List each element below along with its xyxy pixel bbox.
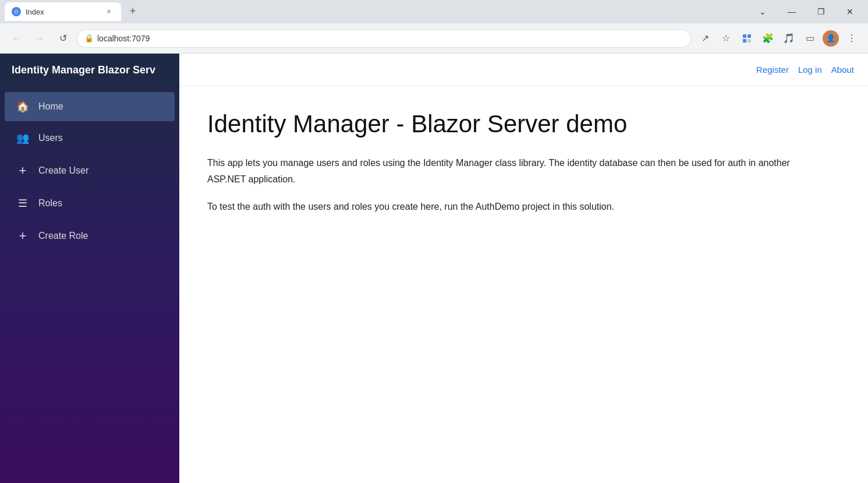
sidebar-label-users: Users	[38, 133, 63, 143]
music-icon[interactable]: 🎵	[780, 29, 798, 48]
browser-tab[interactable]: ⊙ Index ×	[5, 2, 121, 21]
sidebar-label-create-user: Create User	[38, 165, 88, 176]
sidebar-item-create-role[interactable]: + Create Role	[5, 220, 175, 252]
svg-rect-3	[747, 39, 751, 43]
app-container: Identity Manager Blazor Serv 🏠 Home 👥 Us…	[0, 54, 868, 483]
sidebar-item-roles[interactable]: ☰ Roles	[5, 189, 175, 218]
profile-button[interactable]: 👤	[821, 29, 840, 48]
sidebar-label-create-role: Create Role	[38, 231, 88, 241]
roles-icon: ☰	[16, 197, 29, 210]
browser-window: ⊙ Index × + ⌄ — ❐ ✕ ← → ↺ 🔒 localhost:70…	[0, 0, 868, 483]
page-title: Identity Manager - Blazor Server demo	[207, 110, 840, 139]
new-tab-button[interactable]: +	[123, 3, 142, 19]
share-icon[interactable]: ↗	[696, 29, 714, 48]
tab-close-button[interactable]: ×	[104, 6, 114, 17]
back-button[interactable]: ←	[7, 29, 26, 48]
extension-icon[interactable]	[738, 29, 756, 48]
app-title: Identity Manager Blazor Serv	[12, 64, 155, 76]
title-bar-controls: ⌄ — ❐ ✕	[749, 2, 863, 21]
toolbar-icons: ↗ ☆ 🧩 🎵 ▭ 👤 ⋮	[696, 29, 861, 48]
sidebar-header: Identity Manager Blazor Serv	[0, 54, 179, 86]
sidebar-toggle-icon[interactable]: ▭	[800, 29, 819, 48]
chrome-menu-icon[interactable]: ⋮	[842, 29, 861, 48]
main-content: Register Log in About Identity Manager -…	[179, 54, 868, 483]
sidebar-item-users[interactable]: 👥 Users	[5, 124, 175, 153]
tab-favicon: ⊙	[12, 7, 21, 16]
paragraph-2: To test the auth with the users and role…	[207, 199, 819, 214]
svg-rect-1	[747, 34, 751, 38]
restore-button[interactable]: ❐	[807, 2, 834, 21]
svg-rect-0	[743, 34, 746, 38]
login-link[interactable]: Log in	[798, 65, 822, 75]
sidebar-item-create-user[interactable]: + Create User	[5, 155, 175, 186]
sidebar-label-roles: Roles	[38, 198, 62, 209]
close-button[interactable]: ✕	[837, 2, 863, 21]
sidebar: Identity Manager Blazor Serv 🏠 Home 👥 Us…	[0, 54, 179, 483]
main-body: Identity Manager - Blazor Server demo Th…	[179, 86, 868, 483]
minimize-button2[interactable]: —	[778, 2, 805, 21]
sidebar-item-home[interactable]: 🏠 Home	[5, 92, 175, 121]
create-role-icon: +	[16, 228, 29, 244]
puzzle-icon[interactable]: 🧩	[759, 29, 777, 48]
create-user-icon: +	[16, 163, 29, 178]
address-bar: ← → ↺ 🔒 localhost:7079 ↗ ☆ 🧩 🎵 ▭ 👤	[0, 23, 868, 54]
url-bar[interactable]: 🔒 localhost:7079	[77, 29, 691, 48]
svg-rect-2	[743, 39, 746, 43]
main-topnav: Register Log in About	[179, 54, 868, 86]
forward-button[interactable]: →	[30, 29, 49, 48]
tab-title: Index	[26, 8, 99, 16]
sidebar-label-home: Home	[38, 101, 63, 112]
refresh-button[interactable]: ↺	[54, 29, 72, 48]
home-icon: 🏠	[16, 100, 29, 113]
minimize-button[interactable]: ⌄	[749, 2, 776, 21]
avatar: 👤	[823, 30, 839, 47]
security-lock-icon: 🔒	[84, 34, 94, 43]
register-link[interactable]: Register	[756, 65, 789, 75]
url-text: localhost:7079	[97, 34, 683, 43]
bookmark-icon[interactable]: ☆	[717, 29, 735, 48]
title-bar: ⊙ Index × + ⌄ — ❐ ✕	[0, 0, 868, 23]
paragraph-1: This app lets you manage users and roles…	[207, 155, 819, 186]
about-link[interactable]: About	[831, 65, 854, 75]
users-icon: 👥	[16, 132, 29, 144]
sidebar-nav: 🏠 Home 👥 Users + Create User ☰ Roles +	[0, 86, 179, 483]
